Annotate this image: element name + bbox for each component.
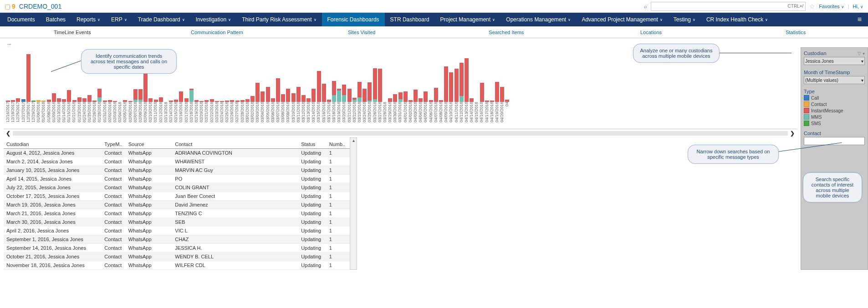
bar-01/24/2018[interactable] [82, 98, 87, 102]
bar-04/19/2018[interactable] [495, 82, 500, 102]
legend-mms[interactable]: MMS [804, 114, 865, 120]
chart-scroll-right[interactable]: ❯ [788, 130, 797, 136]
bar-02/08/2018[interactable] [138, 89, 143, 102]
bar-12/25/2017[interactable] [15, 98, 20, 102]
bar-04/07/2018[interactable] [434, 88, 439, 102]
bar-02/12/2018[interactable] [158, 97, 163, 102]
custodian-menu-icon[interactable]: ▾ [863, 51, 865, 56]
nav-documents[interactable]: Documents [2, 13, 41, 26]
bar-03/13/2018[interactable] [306, 98, 311, 102]
table-row[interactable]: October 21, 2016, Jessica JonesContactWh… [4, 252, 350, 261]
bar-04/10/2018[interactable] [449, 72, 454, 102]
bar-03/09/2018[interactable] [286, 89, 291, 102]
bar-04/01/2018[interactable] [403, 91, 408, 102]
chart-scroll-track[interactable] [13, 131, 788, 136]
nav-reports[interactable]: Reports∨ [71, 13, 106, 26]
table-row[interactable]: March 30, 2016, Jessica JonesContactWhat… [4, 218, 350, 227]
nav-str-dashboard[interactable]: STR Dashboard [385, 13, 435, 26]
table-row[interactable]: October 17, 2015, Jessica JonesContactWh… [4, 192, 350, 201]
tab-statistics[interactable]: Statistics [723, 26, 868, 38]
bar-03/31/2018[interactable] [398, 92, 403, 102]
bar-03/14/2018[interactable] [311, 89, 316, 102]
bar-03/04/2018[interactable] [260, 91, 265, 102]
bar-03/21/2018[interactable] [347, 89, 352, 102]
bar-03/12/2018[interactable] [301, 95, 306, 102]
table-row[interactable]: March 2, 2014, Jessica JonesContactWhats… [4, 157, 350, 166]
global-search-input[interactable] [651, 2, 806, 11]
table-row[interactable]: July 22, 2015, Jessica JonesContactWhats… [4, 183, 350, 192]
table-row[interactable]: April 14, 2015, Jessica JonesContactWhat… [4, 175, 350, 183]
tab-locations[interactable]: Locations [579, 26, 724, 38]
bar-02/18/2018[interactable] [189, 89, 194, 102]
nav-third-party-risk-assessment[interactable]: Third Party Risk Assessment∨ [236, 13, 322, 26]
bar-02/09/2018[interactable] [143, 73, 148, 102]
bar-02/10/2018[interactable] [148, 98, 153, 102]
table-row[interactable]: August 4, 2012, Jessica JonesContactWhat… [4, 149, 350, 157]
table-row[interactable]: March 21, 2016, Jessica JonesContactWhat… [4, 209, 350, 218]
custodian-select[interactable]: Jessica Jones▾ [804, 57, 865, 65]
bar-01/15/2018[interactable] [66, 90, 71, 102]
bar-03/30/2018[interactable] [393, 94, 398, 102]
bar-03/03/2018[interactable] [255, 83, 260, 102]
bar-04/13/2018[interactable] [464, 58, 469, 102]
col-status[interactable]: Status [298, 140, 327, 149]
bar-03/11/2018[interactable] [296, 87, 301, 102]
table-row[interactable]: September 1, 2016, Jessica JonesContactW… [4, 235, 350, 244]
bar-03/22/2018[interactable] [352, 98, 357, 102]
col-contact[interactable]: Contact [172, 140, 298, 149]
nav-cr-index-health-check[interactable]: CR Index Health Check∨ [701, 13, 773, 26]
table-row[interactable]: January 10, 2015, Jessica JonesContactWh… [4, 166, 350, 175]
table-row[interactable]: April 2, 2016, Jessica JonesContactWhats… [4, 227, 350, 235]
col-numb[interactable]: Numb.. [327, 140, 350, 149]
bar-03/15/2018[interactable] [316, 71, 321, 102]
bar-03/07/2018[interactable] [276, 78, 281, 102]
bar-02/16/2018[interactable] [179, 91, 184, 102]
table-scrollbar[interactable]: ▴ [350, 137, 357, 270]
breadcrumb[interactable]: ... [0, 38, 868, 47]
month-select[interactable]: (Multiple values)▾ [804, 76, 865, 84]
bar-03/16/2018[interactable] [322, 84, 327, 102]
nav-erp[interactable]: ERP∨ [106, 13, 133, 26]
legend-contact[interactable]: Contact [804, 101, 865, 107]
bar-03/25/2018[interactable] [367, 82, 372, 102]
bar-01/28/2018[interactable] [97, 89, 102, 102]
bar-03/18/2018[interactable] [332, 81, 337, 102]
bar-01/23/2018[interactable] [77, 97, 82, 102]
bar-03/06/2018[interactable] [271, 98, 276, 102]
bar-03/19/2018[interactable] [337, 89, 342, 102]
favorites-star-icon[interactable]: ☆ [809, 3, 815, 10]
bar-04/12/2018[interactable] [459, 63, 464, 102]
bar-01/09/2018[interactable] [51, 93, 56, 102]
bar-04/14/2018[interactable] [469, 98, 474, 102]
nav-testing[interactable]: Testing∨ [668, 13, 701, 26]
bar-04/04/2018[interactable] [418, 98, 423, 102]
bar-01/25/2018[interactable] [87, 95, 92, 102]
bar-03/27/2018[interactable] [378, 69, 383, 102]
bar-04/03/2018[interactable] [413, 90, 418, 102]
col-custodian[interactable]: Custodian [4, 140, 102, 149]
bar-02/17/2018[interactable] [184, 98, 189, 102]
bar-04/05/2018[interactable] [423, 91, 428, 102]
tab-communication-pattern[interactable]: Communication Pattern [145, 26, 290, 38]
bar-04/20/2018[interactable] [500, 87, 505, 102]
tab-searched-items[interactable]: Searched Items [434, 26, 579, 38]
bar-04/11/2018[interactable] [454, 69, 459, 102]
nav-project-management[interactable]: Project Management∨ [435, 13, 501, 26]
legend-instantmessage[interactable]: InstantMessage [804, 108, 865, 113]
nav-advanced-project-management[interactable]: Advanced Project Management∨ [576, 13, 668, 26]
bar-03/02/2018[interactable] [250, 96, 255, 102]
bar-04/16/2018[interactable] [479, 83, 484, 102]
tab-sites-visited[interactable]: Sites Visited [289, 26, 434, 38]
bar-03/23/2018[interactable] [357, 82, 362, 102]
chart-scroll-left[interactable]: ❮ [4, 130, 13, 136]
bar-12/28/2017[interactable] [26, 54, 31, 102]
col-source[interactable]: Source [126, 140, 173, 149]
scroll-up-icon[interactable]: ▴ [352, 138, 355, 143]
table-row[interactable]: March 19, 2016, Jessica JonesContactWhat… [4, 201, 350, 209]
nav-forensic-dashboards[interactable]: Forensic Dashboards [322, 13, 385, 26]
bar-02/07/2018[interactable] [133, 89, 138, 102]
bar-03/05/2018[interactable] [266, 87, 271, 102]
bar-03/20/2018[interactable] [342, 85, 347, 102]
tab-timeline-events[interactable]: TimeLine Events [0, 26, 145, 38]
nav-operations-management[interactable]: Operations Management∨ [500, 13, 576, 26]
